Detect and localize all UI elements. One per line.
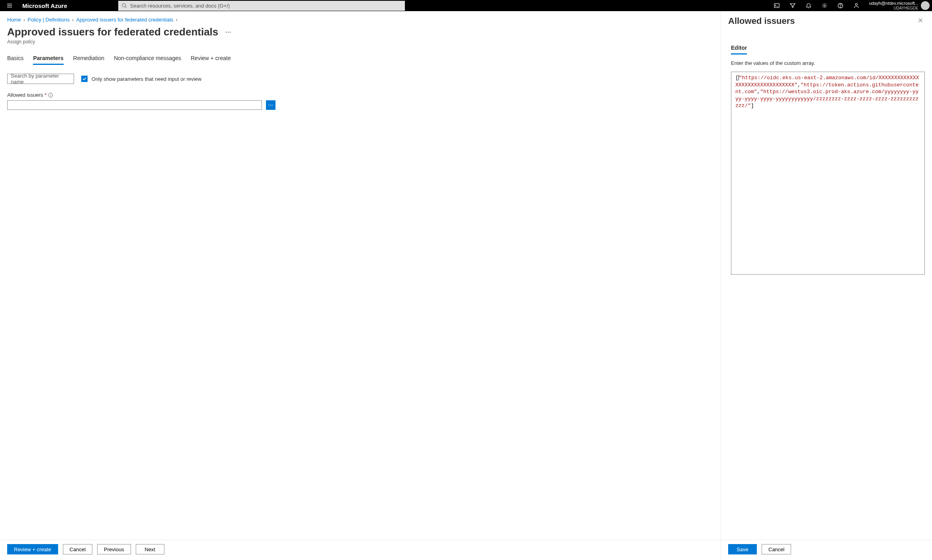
panel-title: Allowed issuers [728, 16, 795, 26]
search-placeholder: Search resources, services, and docs (G+… [130, 3, 230, 9]
hamburger-menu[interactable] [0, 0, 19, 11]
previous-button[interactable]: Previous [97, 544, 131, 554]
user-email: udayh@ntdev.microsoft... [869, 1, 918, 6]
required-asterisk: * [45, 92, 47, 98]
brand-label: Microsoft Azure [19, 2, 70, 9]
allowed-issuers-label: Allowed issuers [7, 92, 43, 98]
review-create-button[interactable]: Review + create [7, 544, 58, 554]
svg-marker-7 [790, 4, 795, 8]
page-subtitle: Assign policy [7, 39, 713, 45]
global-search[interactable]: Search resources, services, and docs (G+… [118, 1, 405, 11]
panel-cancel-button[interactable]: Cancel [762, 544, 791, 554]
settings-icon[interactable] [817, 0, 832, 11]
filter-icon[interactable] [785, 0, 801, 11]
parameter-search-placeholder: Search by parameter name [11, 73, 70, 85]
info-icon[interactable]: i [48, 93, 53, 98]
only-show-needed-checkbox[interactable] [81, 76, 88, 82]
only-show-needed-label: Only show parameters that need input or … [92, 76, 201, 82]
tab-basics[interactable]: Basics [7, 55, 23, 65]
svg-point-11 [840, 7, 840, 8]
editor-hint: Enter the values of the custom array. [731, 60, 925, 66]
notifications-icon[interactable] [801, 0, 817, 11]
parameter-search-input[interactable]: Search by parameter name [7, 74, 74, 84]
tab-parameters[interactable]: Parameters [33, 55, 63, 65]
allowed-issuers-input[interactable] [7, 100, 262, 110]
svg-point-12 [855, 4, 857, 6]
cloud-shell-icon[interactable] [769, 0, 785, 11]
tab-non-compliance-messages[interactable]: Non-compliance messages [114, 55, 181, 65]
more-actions-button[interactable]: ··· [225, 29, 231, 35]
svg-rect-5 [774, 4, 779, 8]
avatar [921, 1, 930, 10]
next-button[interactable]: Next [136, 544, 164, 554]
svg-line-4 [125, 7, 126, 8]
chevron-right-icon: › [176, 17, 178, 23]
tab-review-create[interactable]: Review + create [191, 55, 231, 65]
feedback-icon[interactable] [848, 0, 864, 11]
svg-point-9 [824, 5, 825, 6]
json-array-editor[interactable]: ["https://oidc.eks.us-east-2.amazonaws.c… [731, 72, 925, 275]
breadcrumb-approved-issuers[interactable]: Approved issuers for federated credentia… [76, 17, 173, 23]
breadcrumb-home[interactable]: Home [7, 17, 21, 23]
page-title: Approved issuers for federated credentia… [7, 26, 218, 38]
close-panel-button[interactable] [916, 16, 925, 26]
user-menu[interactable]: udayh@ntdev.microsoft... UDAYHEGDE [866, 0, 932, 11]
help-icon[interactable] [832, 0, 848, 11]
user-tenant: UDAYHEGDE [869, 6, 918, 10]
breadcrumb-policy[interactable]: Policy | Definitions [27, 17, 70, 23]
svg-point-3 [122, 4, 126, 7]
breadcrumb: Home › Policy | Definitions › Approved i… [0, 11, 721, 24]
chevron-right-icon: › [72, 17, 74, 23]
tab-remediation[interactable]: Remediation [73, 55, 105, 65]
editor-tab[interactable]: Editor [731, 45, 747, 55]
save-button[interactable]: Save [728, 544, 757, 554]
cancel-button[interactable]: Cancel [63, 544, 92, 554]
chevron-right-icon: › [23, 17, 25, 23]
open-editor-button[interactable]: ··· [266, 100, 275, 110]
